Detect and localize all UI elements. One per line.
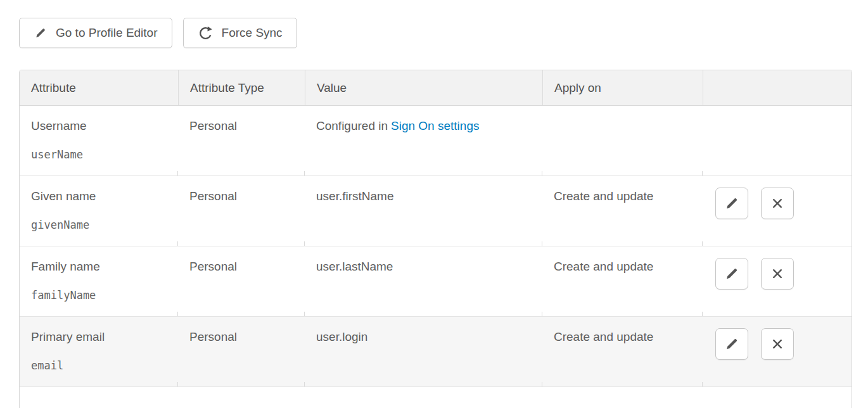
attribute-cell: Family name familyName	[20, 246, 178, 316]
close-icon	[770, 266, 785, 281]
value-cell: user.lastName	[305, 246, 542, 316]
attribute-cell: Given name givenName	[20, 176, 178, 246]
attribute-variable: userName	[31, 147, 169, 162]
attribute-type-cell: Personal	[178, 106, 305, 175]
go-to-profile-editor-button[interactable]: Go to Profile Editor	[19, 18, 172, 48]
pencil-icon	[34, 26, 48, 40]
pencil-icon	[724, 265, 740, 282]
attribute-cell: Username userName	[20, 106, 178, 175]
attribute-type-cell: Personal	[178, 246, 305, 316]
table-row-primary-email: Primary email email Personal user.login …	[20, 316, 852, 386]
table-row-username: Username userName Personal Configured in…	[20, 106, 852, 175]
force-sync-button[interactable]: Force Sync	[183, 18, 297, 48]
apply-on-cell: Create and update	[542, 317, 703, 386]
sign-on-settings-link[interactable]: Sign On settings	[391, 119, 479, 132]
close-icon	[770, 336, 785, 352]
pencil-icon	[724, 195, 740, 212]
attribute-mapping-table: Attribute Attribute Type Value Apply on …	[19, 70, 852, 408]
attribute-variable: email	[31, 358, 169, 373]
column-header-actions	[703, 70, 852, 105]
actions-cell	[703, 176, 852, 246]
toolbar: Go to Profile Editor Force Sync	[19, 18, 297, 48]
actions-cell	[703, 106, 852, 175]
value-cell: user.firstName	[305, 176, 542, 246]
column-header-apply-on: Apply on	[542, 70, 703, 105]
edit-attribute-button[interactable]	[715, 328, 748, 360]
remove-attribute-button[interactable]	[761, 258, 794, 290]
attribute-type-cell: Personal	[178, 176, 305, 246]
refresh-icon	[198, 25, 214, 41]
remove-attribute-button[interactable]	[761, 328, 794, 360]
table-row-given-name: Given name givenName Personal user.first…	[20, 175, 852, 246]
attribute-label: Family name	[31, 259, 169, 274]
attribute-variable: familyName	[31, 288, 169, 303]
attribute-cell: Primary email email	[20, 317, 178, 386]
edit-attribute-button[interactable]	[715, 188, 748, 219]
column-header-value: Value	[305, 70, 542, 105]
table-row-family-name: Family name familyName Personal user.las…	[20, 246, 852, 316]
go-to-profile-editor-label: Go to Profile Editor	[56, 26, 158, 40]
pencil-icon	[724, 336, 740, 352]
attribute-label: Primary email	[31, 329, 169, 345]
remove-attribute-button[interactable]	[761, 188, 794, 219]
table-row-partial	[20, 386, 852, 408]
force-sync-label: Force Sync	[222, 26, 283, 40]
apply-on-cell: Create and update	[542, 176, 703, 246]
attribute-variable: givenName	[31, 217, 169, 233]
value-prefix-text: Configured in	[316, 119, 388, 132]
table-header: Attribute Attribute Type Value Apply on	[20, 70, 852, 106]
close-icon	[770, 196, 785, 211]
actions-cell	[703, 246, 852, 316]
attribute-label: Username	[31, 118, 169, 134]
apply-on-cell: Create and update	[542, 246, 703, 316]
value-cell: user.login	[305, 317, 542, 386]
attribute-type-cell: Personal	[178, 317, 305, 386]
column-header-attribute: Attribute	[20, 70, 178, 105]
attribute-label: Given name	[31, 189, 169, 204]
column-header-attribute-type: Attribute Type	[178, 70, 305, 105]
value-cell: Configured inSign On settings	[305, 106, 542, 175]
edit-attribute-button[interactable]	[715, 258, 748, 290]
apply-on-cell	[542, 106, 703, 175]
actions-cell	[703, 317, 852, 386]
